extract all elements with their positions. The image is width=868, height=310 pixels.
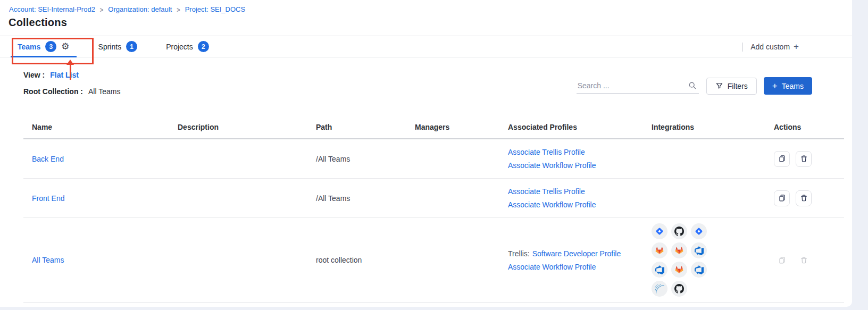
page-title: Collections xyxy=(0,13,852,29)
table-row: Back End /All Teams Associate Trellis Pr… xyxy=(23,139,844,179)
gitlab-icon xyxy=(671,242,687,258)
tab-teams-count-badge: 3 xyxy=(45,41,56,52)
table-header-row: Name Description Path Managers Associate… xyxy=(23,116,844,139)
filters-button-label: Filters xyxy=(728,82,748,90)
column-header-actions: Actions xyxy=(765,123,844,131)
azure-devops-icon xyxy=(691,242,707,258)
tab-sprints-label: Sprints xyxy=(98,43,122,51)
column-header-name: Name xyxy=(23,123,169,131)
associate-trellis-profile-link[interactable]: Associate Trellis Profile xyxy=(508,148,585,156)
delete-button-disabled xyxy=(796,252,812,268)
breadcrumb-project[interactable]: Project: SEI_DOCS xyxy=(185,5,245,13)
delete-button[interactable] xyxy=(796,151,812,167)
integrations-cell xyxy=(652,218,757,302)
search-box xyxy=(577,78,699,94)
toolbar: View : Flat List Root Collection : All T… xyxy=(0,57,852,108)
integrations-cell xyxy=(652,154,757,164)
tab-projects-label: Projects xyxy=(166,43,193,51)
jira-icon xyxy=(652,223,667,239)
associate-workflow-profile-link[interactable]: Associate Workflow Profile xyxy=(508,263,635,271)
trash-icon xyxy=(800,155,808,163)
associate-trellis-profile-link[interactable]: Associate Trellis Profile xyxy=(508,187,585,196)
divider xyxy=(742,43,743,52)
collections-table: Name Description Path Managers Associate… xyxy=(23,116,844,303)
main-panel: Account: SEI-Internal-Prod2 > Organizati… xyxy=(0,0,852,307)
breadcrumb-account[interactable]: Account: SEI-Internal-Prod2 xyxy=(9,5,95,13)
search-input[interactable] xyxy=(577,78,699,94)
column-header-managers: Managers xyxy=(406,123,499,131)
chevron-right-icon: > xyxy=(177,5,180,13)
tab-teams[interactable]: Teams 3 ⚙ xyxy=(11,36,77,57)
tab-sprints-count-badge: 1 xyxy=(126,41,137,52)
associate-workflow-profile-link[interactable]: Associate Workflow Profile xyxy=(508,161,635,170)
add-custom-label: Add custom xyxy=(750,43,790,51)
azure-devops-icon xyxy=(652,262,667,278)
associate-workflow-profile-link[interactable]: Associate Workflow Profile xyxy=(508,200,635,209)
associated-profiles-cell: Trellis:Software Developer Profile Assoc… xyxy=(499,249,643,271)
delete-button[interactable] xyxy=(796,190,812,206)
tab-projects-count-badge: 2 xyxy=(198,41,209,52)
gitlab-icon xyxy=(652,242,667,258)
table-row: All Teams root collection Trellis:Softwa… xyxy=(23,218,844,303)
column-header-description: Description xyxy=(169,123,307,131)
column-header-associated-profiles: Associated Profiles xyxy=(499,123,643,131)
breadcrumb: Account: SEI-Internal-Prod2 > Organizati… xyxy=(0,0,852,13)
github-icon xyxy=(671,223,687,239)
tab-bar: Teams 3 ⚙ Sprints 1 Projects 2 Add custo… xyxy=(0,36,852,57)
actions-cell xyxy=(765,151,844,167)
tab-teams-label: Teams xyxy=(18,43,40,51)
view-label: View : xyxy=(23,71,45,79)
plus-icon: + xyxy=(772,81,778,91)
root-collection-value: All Teams xyxy=(88,87,120,96)
associated-profiles-cell: Associate Trellis Profile Associate Work… xyxy=(499,187,643,209)
path-cell: /All Teams xyxy=(307,155,406,163)
view-flat-list-link[interactable]: Flat List xyxy=(50,71,79,79)
copy-icon xyxy=(778,194,786,202)
add-teams-button-label: Teams xyxy=(782,82,804,90)
azure-devops-icon xyxy=(691,262,707,278)
collection-name-link[interactable]: Back End xyxy=(32,155,64,163)
copy-icon xyxy=(778,256,786,264)
gitlab-icon xyxy=(671,262,687,278)
github-icon xyxy=(671,281,687,297)
copy-button-disabled xyxy=(774,252,790,268)
chevron-right-icon: > xyxy=(100,5,103,13)
add-custom-button[interactable]: Add custom + xyxy=(750,41,799,52)
filter-funnel-icon xyxy=(715,82,723,90)
trellis-profile-link[interactable]: Software Developer Profile xyxy=(532,249,621,258)
collection-name-link[interactable]: All Teams xyxy=(32,256,64,264)
copy-button[interactable] xyxy=(774,151,790,167)
filters-button[interactable]: Filters xyxy=(706,78,757,95)
tab-projects[interactable]: Projects 2 xyxy=(159,36,216,57)
add-teams-button[interactable]: + Teams xyxy=(764,77,812,95)
path-cell: /All Teams xyxy=(307,194,406,203)
sonarqube-icon xyxy=(652,281,667,297)
trash-icon xyxy=(800,194,808,202)
search-icon xyxy=(688,81,697,90)
column-header-integrations: Integrations xyxy=(643,123,765,131)
trellis-prefix-label: Trellis: xyxy=(508,249,530,258)
integrations-cell xyxy=(652,193,757,204)
actions-cell xyxy=(765,190,844,206)
breadcrumb-organization[interactable]: Organization: default xyxy=(108,5,172,13)
column-header-path: Path xyxy=(307,123,406,131)
copy-icon xyxy=(778,155,786,163)
plus-icon: + xyxy=(794,41,799,52)
actions-cell xyxy=(765,252,844,268)
associated-profiles-cell: Associate Trellis Profile Associate Work… xyxy=(499,148,643,170)
jira-icon xyxy=(691,223,707,239)
copy-button[interactable] xyxy=(774,190,790,206)
root-collection-label: Root Collection : xyxy=(23,87,83,96)
gear-icon[interactable]: ⚙ xyxy=(61,42,69,51)
path-cell: root collection xyxy=(307,256,406,264)
table-row: Front End /All Teams Associate Trellis P… xyxy=(23,179,844,218)
trash-icon xyxy=(800,256,808,264)
collection-name-link[interactable]: Front End xyxy=(32,194,64,203)
tab-sprints[interactable]: Sprints 1 xyxy=(91,36,145,57)
